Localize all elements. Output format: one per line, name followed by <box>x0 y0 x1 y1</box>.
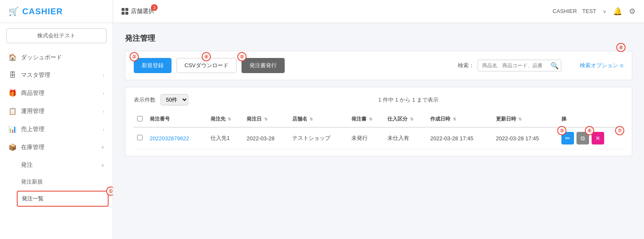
header-created-at: 作成日時 ⇅ <box>427 111 492 127</box>
sidebar-item-operations[interactable]: 📋 運用管理 › <box>0 102 113 120</box>
user-menu[interactable]: CASHIER TEST <box>553 8 596 15</box>
sidebar-label-order: 発注 <box>21 161 97 169</box>
chevron-right-icon: › <box>103 73 104 78</box>
content-area: 発注管理 ② 新規登録 ④ CSVダウンロード ⑤ 発注書発行 <box>113 23 644 239</box>
delete-button[interactable]: ✕ <box>592 132 604 144</box>
box-icon: 📦 <box>8 143 17 151</box>
store-selector[interactable]: 店舗選択 3 <box>122 8 154 15</box>
sort-icon[interactable]: ⇅ <box>264 117 267 121</box>
chevron-right-icon: › <box>103 127 104 132</box>
select-all-checkbox[interactable] <box>137 116 143 121</box>
header-order-no: 発注番号 <box>146 111 207 127</box>
receipt-type-cell: 未仕入有 <box>384 127 427 149</box>
annotation-1: ① <box>106 186 113 196</box>
logo-r: R <box>57 7 63 16</box>
sort-icon[interactable]: ⇅ <box>228 117 231 121</box>
grid-store-icon <box>122 8 128 15</box>
bell-icon[interactable]: 🔔 <box>613 7 622 16</box>
annotation-7: ⑦ <box>615 126 624 135</box>
order-date-cell: 2022-03-28 <box>243 127 289 149</box>
new-btn-wrapper: ② 新規登録 <box>134 58 171 73</box>
search-area: ⑧ 検索： 🔍 検索オプション ⊙ <box>458 60 623 71</box>
created-at-cell: 2022-03-28 17:45 <box>427 127 492 149</box>
new-registration-button[interactable]: 新規登録 <box>134 58 171 73</box>
company-name: 株式会社テスト <box>6 28 106 43</box>
annotation-6: ⑥ <box>585 126 594 135</box>
logo-cashie: CASHIE <box>22 7 57 16</box>
header-supplier: 発注先 ⇅ <box>207 111 243 127</box>
annotation-8: ⑧ <box>616 43 626 52</box>
orders-table: 発注番号 発注先 ⇅ 発注日 ⇅ 店舗名 ⇅ <box>134 111 623 149</box>
search-input[interactable] <box>478 60 561 71</box>
topbar: 店舗選択 3 CASHIER TEST ∨ 🔔 ⚙ <box>113 0 644 23</box>
sidebar-nav: 🏠 ダッシュボード 🗄 マスタ管理 › 🎁 商品管理 › 📋 運用管理 › 📊 … <box>0 48 113 239</box>
annotation-4: ④ <box>202 52 211 61</box>
chart-icon: 📊 <box>8 125 17 133</box>
sidebar-label-operations: 運用管理 <box>21 108 99 115</box>
sidebar-label-sales: 売上管理 <box>21 126 99 133</box>
sidebar-item-product[interactable]: 🎁 商品管理 › <box>0 84 113 102</box>
issue-btn-wrapper: ⑤ 発注書発行 <box>242 58 285 73</box>
chevron-right-icon: › <box>103 91 104 96</box>
store-badge: 3 <box>151 4 158 11</box>
logo-cart-icon: 🛒 <box>8 6 19 16</box>
search-submit-button[interactable]: 🔍 <box>551 62 559 70</box>
supplier-cell: 仕入先1 <box>207 127 243 149</box>
sidebar-label-master: マスタ管理 <box>21 71 99 79</box>
sort-icon[interactable]: ⇅ <box>369 117 372 121</box>
store-cell: テストショップ <box>289 127 348 149</box>
search-label: 検索： <box>458 62 474 69</box>
table-section: 表示件数 50件 1 件中 1 から 1 まで表示 発注番号 <box>125 87 632 156</box>
header-updated-at: 更新日時 ⇅ <box>493 111 558 127</box>
updated-at-cell: 2022-03-28 17:45 <box>493 127 558 149</box>
sidebar-sub-order-new[interactable]: 発注新規 <box>0 174 113 190</box>
search-input-wrapper: 🔍 <box>478 60 561 71</box>
sort-icon[interactable]: ⇅ <box>518 117 522 121</box>
sidebar: 🛒 CASHIER 株式会社テスト 🏠 ダッシュボード 🗄 マスタ管理 › 🎁 … <box>0 0 113 239</box>
page-title: 発注管理 <box>125 33 632 43</box>
sidebar-label-inventory: 在庫管理 <box>21 144 97 151</box>
per-page-select[interactable]: 50件 <box>161 94 188 105</box>
gift-icon: 🎁 <box>8 89 17 97</box>
user-dropdown-icon[interactable]: ∨ <box>603 9 606 14</box>
logo-area: 🛒 CASHIER <box>0 0 113 23</box>
settings-icon[interactable]: ⚙ <box>629 7 636 16</box>
row-checkbox-cell <box>134 127 146 149</box>
sidebar-sub-order-list[interactable]: 発注一覧 ① <box>17 191 109 207</box>
order-doc-cell: 未発行 <box>348 127 384 149</box>
sort-icon[interactable]: ⇅ <box>453 117 456 121</box>
actions-cell: ③ ⑥ ⑦ ✏ ⧉ ✕ <box>558 127 623 149</box>
table-controls: 表示件数 50件 1 件中 1 から 1 まで表示 <box>134 94 623 105</box>
order-list-label: 発注一覧 <box>22 195 44 202</box>
sort-icon[interactable]: ⇅ <box>309 117 313 121</box>
row-checkbox[interactable] <box>137 135 143 140</box>
chevron-down-icon: ∨ <box>101 163 104 168</box>
order-number-link[interactable]: 2022032879822 <box>150 135 189 142</box>
annotation-5: ⑤ <box>237 52 247 61</box>
sort-icon[interactable]: ⇅ <box>410 117 413 121</box>
header-actions: 操 <box>558 111 623 127</box>
sidebar-item-inventory[interactable]: 📦 在庫管理 ∨ <box>0 138 113 156</box>
annotation-2: ② <box>130 52 139 61</box>
toolbar-buttons: ② 新規登録 ④ CSVダウンロード ⑤ 発注書発行 ⑧ 検索： <box>134 58 623 73</box>
chevron-circle-icon: ⊙ <box>620 63 623 68</box>
sidebar-item-master[interactable]: 🗄 マスタ管理 › <box>0 66 113 84</box>
order-no-cell: 2022032879822 <box>146 127 207 149</box>
chevron-down-icon: ∨ <box>101 144 104 150</box>
sidebar-item-sales[interactable]: 📊 売上管理 › <box>0 120 113 138</box>
header-order-date: 発注日 ⇅ <box>243 111 289 127</box>
sidebar-item-order[interactable]: 発注 ∨ <box>0 156 113 174</box>
logo-text: CASHIER <box>22 7 63 16</box>
home-icon: 🏠 <box>8 53 17 61</box>
sidebar-item-dashboard[interactable]: 🏠 ダッシュボード <box>0 48 113 66</box>
header-order-doc: 発注書 ⇅ <box>348 111 384 127</box>
clipboard-icon: 📋 <box>8 107 17 115</box>
chevron-right-icon: › <box>103 109 104 114</box>
database-icon: 🗄 <box>8 71 17 79</box>
issue-order-button[interactable]: 発注書発行 <box>242 58 285 73</box>
per-page-label: 表示件数 <box>134 96 156 104</box>
header-checkbox <box>134 111 146 127</box>
main-area: 店舗選択 3 CASHIER TEST ∨ 🔔 ⚙ 発注管理 ② 新規登録 ④ <box>113 0 644 239</box>
header-receipt-type: 仕入区分 ⇅ <box>384 111 427 127</box>
search-options-link[interactable]: 検索オプション ⊙ <box>580 62 623 69</box>
